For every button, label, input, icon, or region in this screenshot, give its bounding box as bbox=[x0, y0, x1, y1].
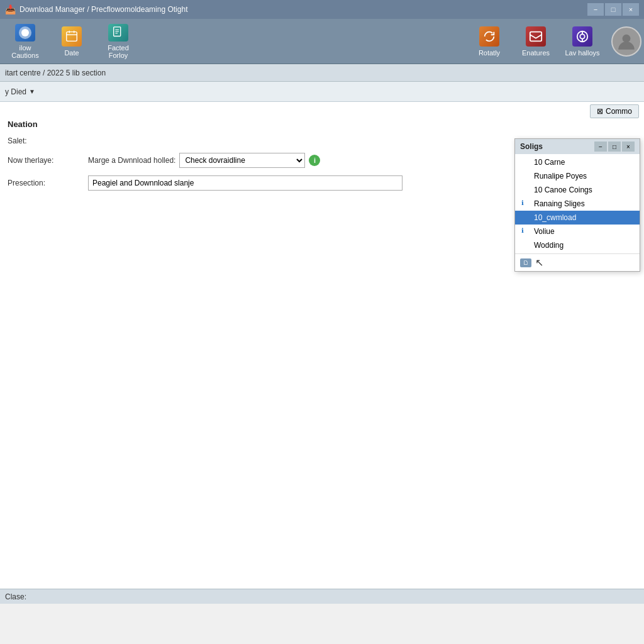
toolbar-item-rotatly[interactable]: Rotatly bbox=[467, 21, 512, 62]
svg-point-1 bbox=[21, 29, 29, 36]
popup-item-10carne[interactable]: 10 Carne bbox=[515, 155, 640, 169]
toolbar-item-facted-forloy[interactable]: Facted Forloy bbox=[96, 21, 141, 62]
toolbar-item-enatures[interactable]: Enatures bbox=[513, 21, 558, 62]
title-bar-text: Download Manager / Precflowomoldeaming O… bbox=[19, 5, 187, 14]
item-ranaing-label: Ranaing Sliges bbox=[534, 199, 585, 208]
breadcrumb: itart centre / 2022 5 lib section bbox=[0, 64, 644, 82]
toolbar-label-enatures: Enatures bbox=[522, 49, 550, 57]
popup-maximize-button[interactable]: □ bbox=[608, 142, 621, 152]
lav-halloys-icon bbox=[572, 26, 592, 47]
app-icon: 📥 bbox=[5, 4, 16, 14]
marge-label: Marge a Dwnnload holled: bbox=[88, 156, 175, 165]
commo-label: Commo bbox=[606, 107, 632, 116]
status-label: Clase: bbox=[5, 592, 26, 601]
item-wodding-icon bbox=[521, 241, 530, 250]
top-right-area: ⊠ Commo bbox=[585, 102, 644, 121]
facted-forloy-icon bbox=[108, 24, 128, 42]
item-10cwmload-icon bbox=[521, 213, 530, 222]
svg-point-15 bbox=[623, 34, 631, 42]
item-voliue-label: Voliue bbox=[534, 227, 555, 236]
dropdown-popup: Soligs − □ × 10 Carne Runalipe Poyes 10 … bbox=[514, 138, 640, 272]
toolbar-item-date[interactable]: Date bbox=[49, 21, 94, 62]
marge-select[interactable]: Check dovraidline Option 2 bbox=[179, 153, 305, 168]
info-icon[interactable]: i bbox=[309, 155, 320, 166]
item-10cwmload-label: 10_cwmload bbox=[534, 213, 576, 222]
enatures-icon bbox=[526, 26, 546, 47]
popup-bottom: 🗋 ↖ bbox=[515, 253, 640, 271]
minimize-button[interactable]: − bbox=[587, 3, 604, 16]
commo-icon: ⊠ bbox=[597, 107, 603, 116]
user-avatar[interactable] bbox=[611, 26, 641, 57]
popup-header: Soligs − □ × bbox=[515, 139, 640, 154]
popup-minimize-button[interactable]: − bbox=[594, 142, 607, 152]
toolbar-label-rotatly: Rotatly bbox=[479, 49, 500, 57]
filter-dropdown-arrow: ▼ bbox=[29, 88, 35, 95]
item-ranaing-icon: ℹ bbox=[521, 199, 530, 208]
toolbar-label-date: Date bbox=[64, 49, 79, 57]
form-title: Neation bbox=[8, 119, 636, 129]
filter-label: y Died bbox=[5, 87, 26, 96]
now-therlaye-label: Now therlaye: bbox=[8, 156, 83, 165]
item-runalipe-label: Runalipe Poyes bbox=[534, 172, 587, 180]
commo-button[interactable]: ⊠ Commo bbox=[590, 104, 639, 118]
filter-dropdown[interactable]: y Died ▼ bbox=[5, 87, 35, 96]
popup-item-wodding[interactable]: Wodding bbox=[515, 238, 640, 252]
item-wodding-label: Wodding bbox=[534, 241, 564, 250]
rotatly-icon bbox=[479, 26, 499, 47]
popup-item-runalipe[interactable]: Runalipe Poyes bbox=[515, 169, 640, 183]
svg-point-12 bbox=[580, 34, 584, 38]
title-bar: 📥 Download Manager / Precflowomoldeaming… bbox=[0, 0, 644, 19]
item-10carne-icon bbox=[521, 158, 530, 167]
breadcrumb-text: itart centre / 2022 5 lib section bbox=[5, 69, 106, 77]
popup-list: 10 Carne Runalipe Poyes 10 Canoe Coings … bbox=[515, 154, 640, 253]
popup-item-10cwmload[interactable]: 10_cwmload bbox=[515, 211, 640, 225]
item-10carne-label: 10 Carne bbox=[534, 158, 565, 167]
toolbar-label-lav: Lav halloys bbox=[565, 49, 599, 57]
item-runalipe-icon bbox=[521, 172, 530, 180]
svg-rect-2 bbox=[67, 31, 77, 41]
toolbar-label-workflow: ilow Cautions bbox=[5, 44, 45, 59]
popup-title: Soligs bbox=[520, 142, 543, 151]
popup-close-button[interactable]: × bbox=[622, 142, 635, 152]
toolbar-label-facted: Facted Forloy bbox=[98, 44, 138, 59]
item-10canoe-icon bbox=[521, 186, 530, 194]
popup-item-10canoe[interactable]: 10 Canoe Coings bbox=[515, 183, 640, 197]
date-icon bbox=[62, 26, 82, 47]
popup-item-ranaing[interactable]: ℹ Ranaing Sliges bbox=[515, 197, 640, 211]
presection-input[interactable] bbox=[88, 175, 402, 191]
maximize-button[interactable]: □ bbox=[605, 3, 621, 16]
toolbar-item-lav-halloys[interactable]: Lav halloys bbox=[560, 21, 605, 62]
workflow-cautions-icon bbox=[15, 24, 35, 42]
popup-item-voliue[interactable]: ℹ Voliue bbox=[515, 225, 640, 238]
toolbar: ilow Cautions Date Facted Forloy Rotatly… bbox=[0, 19, 644, 64]
popup-cursor: ↖ bbox=[535, 257, 543, 269]
item-voliue-icon: ℹ bbox=[521, 227, 530, 236]
toolbar-item-workflow-cautions[interactable]: ilow Cautions bbox=[3, 21, 48, 62]
popup-bottom-icon: 🗋 bbox=[520, 258, 531, 267]
close-button[interactable]: × bbox=[623, 3, 639, 16]
svg-rect-10 bbox=[530, 31, 541, 41]
filter-bar: y Died ▼ bbox=[0, 82, 644, 102]
item-10canoe-label: 10 Canoe Coings bbox=[534, 186, 592, 194]
presection-label: Presection: bbox=[8, 179, 83, 187]
status-bar: Clase: bbox=[0, 589, 644, 604]
salet-label: Salet: bbox=[8, 136, 83, 145]
